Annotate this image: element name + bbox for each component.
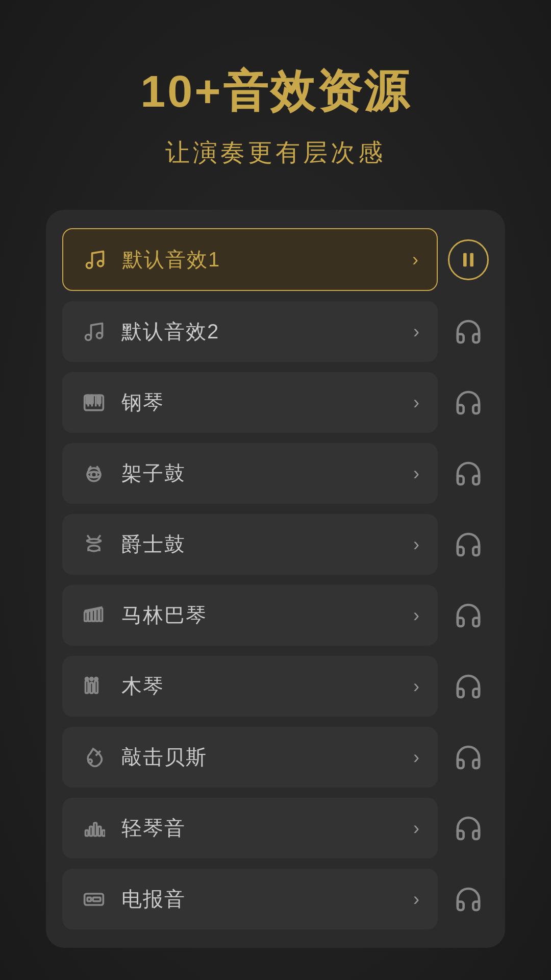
sound-item-xylophone[interactable]: 木琴 › — [62, 656, 438, 717]
list-row-0: 默认音效1 › — [62, 228, 489, 291]
item-label-3: 架子鼓 — [121, 459, 186, 487]
headphone-button-1[interactable] — [448, 311, 489, 352]
list-row-1: 默认音效2 › — [62, 301, 489, 362]
item-label-6: 木琴 — [121, 672, 164, 700]
headphone-button-2[interactable] — [448, 382, 489, 423]
sound-item-jazz-drum[interactable]: 爵士鼓 › — [62, 514, 438, 575]
chevron-icon-7: › — [413, 747, 419, 768]
headphone-button-6[interactable] — [448, 666, 489, 707]
pause-button[interactable] — [448, 239, 489, 280]
list-row-3: 架子鼓 › — [62, 443, 489, 504]
item-label-8: 轻琴音 — [121, 814, 186, 842]
sound-item-piano[interactable]: 钢琴 › — [62, 372, 438, 433]
chevron-icon-5: › — [413, 605, 419, 626]
chevron-icon-3: › — [413, 463, 419, 484]
sound-item-drum-kit[interactable]: 架子鼓 › — [62, 443, 438, 504]
music-note-icon-1 — [81, 318, 107, 345]
headphone-button-9[interactable] — [448, 879, 489, 920]
chevron-icon-2: › — [413, 392, 419, 413]
page-subtitle: 让演奏更有层次感 — [165, 136, 386, 169]
drum-icon — [81, 460, 107, 487]
jazz-drum-icon — [81, 531, 107, 558]
telegraph-icon — [81, 886, 107, 913]
xylophone-icon — [81, 673, 107, 700]
piano-icon — [81, 389, 107, 416]
chevron-icon-8: › — [413, 818, 419, 839]
sound-effects-card: 默认音效1 › 默认音效2 › — [46, 210, 505, 948]
list-row-4: 爵士鼓 › — [62, 514, 489, 575]
chevron-icon-4: › — [413, 534, 419, 555]
item-label-4: 爵士鼓 — [121, 530, 186, 558]
sound-item-default1[interactable]: 默认音效1 › — [62, 228, 438, 291]
marimba-icon — [81, 602, 107, 629]
headphone-button-4[interactable] — [448, 524, 489, 565]
sound-item-soft-piano[interactable]: 轻琴音 › — [62, 798, 438, 859]
list-row-5: 马林巴琴 › — [62, 585, 489, 646]
headphone-button-7[interactable] — [448, 737, 489, 778]
item-label-1: 默认音效2 — [121, 317, 219, 346]
item-label-0: 默认音效1 — [122, 246, 220, 274]
guitar-icon — [81, 744, 107, 771]
item-label-9: 电报音 — [121, 885, 186, 913]
list-row-8: 轻琴音 › — [62, 798, 489, 859]
item-label-7: 敲击贝斯 — [121, 743, 207, 771]
item-label-5: 马林巴琴 — [121, 601, 207, 629]
chevron-icon-9: › — [413, 889, 419, 910]
list-row-7: 敲击贝斯 › — [62, 727, 489, 788]
page-title: 10+音效资源 — [140, 61, 410, 122]
chevron-icon-0: › — [412, 249, 418, 271]
item-label-2: 钢琴 — [121, 388, 164, 416]
bars-icon — [81, 815, 107, 842]
headphone-button-3[interactable] — [448, 453, 489, 494]
headphone-button-8[interactable] — [448, 808, 489, 849]
headphone-button-5[interactable] — [448, 595, 489, 636]
chevron-icon-1: › — [413, 321, 419, 342]
list-row-6: 木琴 › — [62, 656, 489, 717]
sound-item-marimba[interactable]: 马林巴琴 › — [62, 585, 438, 646]
list-row-2: 钢琴 › — [62, 372, 489, 433]
sound-item-default2[interactable]: 默认音效2 › — [62, 301, 438, 362]
list-row-9: 电报音 › — [62, 869, 489, 929]
sound-item-telegraph[interactable]: 电报音 › — [62, 869, 438, 929]
chevron-icon-6: › — [413, 676, 419, 697]
sound-item-slap-bass[interactable]: 敲击贝斯 › — [62, 727, 438, 788]
music-note-icon-0 — [82, 247, 108, 273]
